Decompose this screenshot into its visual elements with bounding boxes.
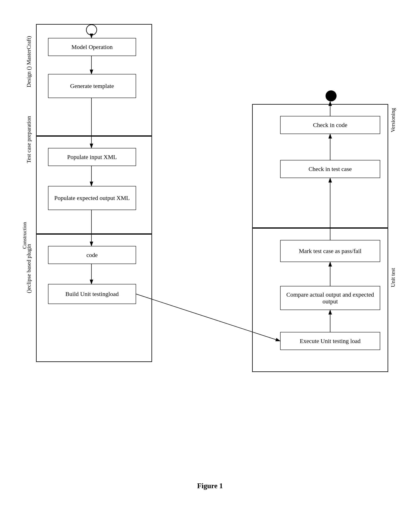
figure-caption: Figure 1 bbox=[197, 482, 223, 490]
check-in-test-box: Check in test case bbox=[280, 160, 380, 178]
populate-expected-box: Populate expected output XML bbox=[48, 186, 136, 210]
start-circle bbox=[86, 24, 97, 35]
build-unit-box: Build Unit testingload bbox=[48, 284, 136, 304]
mark-test-case-box: Mark test case as pass/fail bbox=[280, 240, 380, 262]
code-box: code bbox=[48, 246, 136, 264]
label-versioning: Versioning bbox=[390, 108, 396, 132]
compare-actual-box: Compare actual output and expected outpu… bbox=[280, 286, 380, 310]
populate-input-box: Populate input XML bbox=[48, 148, 136, 166]
end-circle bbox=[325, 90, 337, 101]
label-eclipse: ()eclipse based plugin bbox=[26, 244, 32, 293]
label-testcase: Test case preparation bbox=[26, 116, 32, 163]
execute-unit-box: Execute Unit testing load bbox=[280, 332, 380, 350]
check-in-code-box: Check in code bbox=[280, 116, 380, 134]
label-unittest: Unit test bbox=[390, 268, 396, 287]
label-design: Design () MasterCraft) bbox=[26, 36, 32, 87]
generate-template-box: Generate template bbox=[48, 74, 136, 98]
model-operation-box: Model Operation bbox=[48, 38, 136, 56]
